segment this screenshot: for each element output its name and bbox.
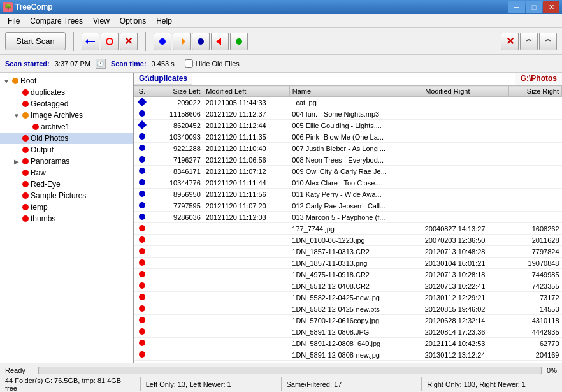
tree-panel[interactable]: ▼ Root ▶ duplicates ▶ Geotagged ▼ Image … bbox=[0, 73, 134, 363]
expand-root[interactable]: ▼ bbox=[3, 78, 10, 85]
table-row[interactable]: 1DN_4975-11-0918.CR220120713 10:28:18744… bbox=[134, 269, 562, 280]
tree-label-old-photos: Old Photos bbox=[31, 134, 68, 143]
table-row[interactable]: 1DN_5891-12-0808.JPG20120814 17:23:36444… bbox=[134, 326, 562, 338]
tree-node-raw[interactable]: ▶ Raw bbox=[0, 167, 133, 178]
dot-root bbox=[12, 78, 18, 84]
tree-node-root[interactable]: ▼ Root bbox=[0, 75, 133, 87]
file-table-wrapper[interactable]: S. Size Left Modified Left Name Modified… bbox=[134, 85, 562, 363]
table-row[interactable]: 862045220121120 11:12:44005 Ellie Gouldi… bbox=[134, 120, 562, 131]
row-size-right: 4442935 bbox=[508, 326, 561, 338]
row-name: 1DN_5891-12-0808.JPG bbox=[289, 326, 422, 338]
svg-marker-4 bbox=[182, 38, 185, 45]
tree-node-image-archives[interactable]: ▼ Image Archives bbox=[0, 110, 133, 121]
col-header-mod-right: Modified Right bbox=[422, 86, 508, 97]
row-mod-right bbox=[422, 108, 508, 120]
table-row[interactable]: 1DN_1857-11-0313.CR220120713 10:48:28779… bbox=[134, 246, 562, 258]
toolbar: Start Scan ✕ ✕ bbox=[0, 28, 562, 55]
mark-button[interactable] bbox=[230, 33, 248, 50]
next-diff-button[interactable] bbox=[173, 33, 191, 50]
sync-button[interactable] bbox=[192, 33, 210, 50]
menu-options[interactable]: Options bbox=[115, 15, 151, 27]
row-mod-right bbox=[422, 166, 508, 177]
back-button[interactable] bbox=[211, 33, 229, 50]
menu-help[interactable]: Help bbox=[151, 15, 177, 27]
col-header-s: S. bbox=[134, 86, 150, 97]
menu-compare-trees[interactable]: Compare Trees bbox=[25, 15, 88, 27]
file-table-body: 20902220121005 11:44:33_cat.jpg111586062… bbox=[134, 97, 562, 363]
prev-diff-button[interactable] bbox=[154, 33, 171, 50]
tree-label-raw: Raw bbox=[31, 168, 46, 177]
restore-button[interactable]: □ bbox=[526, 1, 542, 13]
tree-node-archive1[interactable]: ▶ archive1 bbox=[0, 121, 133, 133]
expand-image-archives[interactable]: ▼ bbox=[13, 112, 20, 119]
close-button[interactable]: ✕ bbox=[543, 1, 559, 13]
dot-old-photos bbox=[22, 135, 29, 142]
clock-icon: 🕐 bbox=[96, 59, 106, 69]
menu-file[interactable]: File bbox=[3, 15, 25, 27]
tree-label-output: Output bbox=[31, 145, 54, 154]
row-name: 005 Ellie Goulding - Lights.... bbox=[289, 120, 422, 131]
expand-panoramas[interactable]: ▶ bbox=[13, 158, 20, 165]
table-row[interactable]: 1DN_5891-12-0808_640.jpg20121114 10:42:5… bbox=[134, 338, 562, 349]
table-row[interactable]: 1DN_5512-12-0408.CR220120713 10:22:41742… bbox=[134, 280, 562, 292]
delete-button[interactable]: ✕ bbox=[501, 33, 519, 50]
table-row[interactable]: 1034009320121120 11:11:35006 Pink- Blow … bbox=[134, 131, 562, 143]
dot-output bbox=[22, 147, 29, 153]
table-row[interactable]: 1DN_5582-12-0425-new.jpg20130112 12:29:2… bbox=[134, 292, 562, 303]
toolbar-separator-1 bbox=[73, 32, 74, 51]
table-row[interactable]: 1DN_5891-12-0808-new.pts20120815 15:15:0… bbox=[134, 361, 562, 363]
tree-node-thumbs[interactable]: ▶ thumbs bbox=[0, 213, 133, 224]
undo-button[interactable] bbox=[520, 33, 538, 50]
menu-view[interactable]: View bbox=[88, 15, 115, 27]
table-row[interactable]: 1115860620121120 11:12:37004 fun. - Some… bbox=[134, 108, 562, 120]
table-row[interactable]: 1DN_5700-12-0616copy.jpg20120628 12:32:1… bbox=[134, 315, 562, 326]
table-row[interactable]: 20902220121005 11:44:33_cat.jpg bbox=[134, 97, 562, 108]
table-row[interactable]: 1DN_5582-12-0425-new.pts20120815 19:46:0… bbox=[134, 303, 562, 315]
table-row[interactable]: 834617120121120 11:07:12009 Owl City & C… bbox=[134, 166, 562, 177]
row-name: 012 Carly Rae Jepsen - Call... bbox=[289, 200, 422, 212]
row-mod-left bbox=[203, 258, 289, 269]
table-row[interactable]: 928603620121120 11:12:03013 Maroon 5 - P… bbox=[134, 212, 562, 223]
row-size-left bbox=[150, 258, 203, 269]
svg-point-5 bbox=[198, 38, 204, 45]
table-row[interactable]: 895695020121120 11:11:56011 Katy Perry -… bbox=[134, 189, 562, 200]
hide-old-files-checkbox[interactable] bbox=[185, 59, 193, 68]
row-size-right bbox=[508, 177, 561, 189]
table-row[interactable]: 1DN_1857-11-0313.png20130104 16:01:21190… bbox=[134, 258, 562, 269]
row-size-right bbox=[508, 97, 561, 108]
start-scan-button[interactable]: Start Scan bbox=[5, 32, 66, 50]
left-nav-stop-button[interactable]: ✕ bbox=[120, 33, 138, 50]
row-mod-right: 20130112 13:12:24 bbox=[422, 349, 508, 361]
row-mod-right: 20070203 12:36:50 bbox=[422, 235, 508, 246]
table-row[interactable]: 779759520121120 11:07:20012 Carly Rae Je… bbox=[134, 200, 562, 212]
dot-thumbs bbox=[22, 215, 29, 222]
table-row[interactable]: 922128820121120 11:10:40007 Justin Biebe… bbox=[134, 143, 562, 154]
tree-label-image-archives: Image Archives bbox=[31, 111, 83, 120]
row-indicator bbox=[134, 189, 150, 200]
tree-node-old-photos[interactable]: ▶ Old Photos bbox=[0, 133, 133, 144]
table-row[interactable]: 719627720121120 11:06:56008 Neon Trees -… bbox=[134, 154, 562, 166]
redo-button[interactable] bbox=[539, 33, 557, 50]
row-name: 177_7744.jpg bbox=[289, 223, 422, 235]
row-mod-right: 20120815 19:46:02 bbox=[422, 303, 508, 315]
table-row[interactable]: 177_7744.jpg20040827 14:13:271608262 bbox=[134, 223, 562, 235]
minimize-button[interactable]: ─ bbox=[508, 1, 525, 13]
table-row[interactable]: 1DN_5891-12-0808-new.jpg20130112 13:12:2… bbox=[134, 349, 562, 361]
row-size-left: 11158606 bbox=[150, 108, 203, 120]
tree-node-geotagged[interactable]: ▶ Geotagged bbox=[0, 98, 133, 110]
left-nav-forward-button[interactable] bbox=[101, 33, 119, 50]
tree-node-duplicates[interactable]: ▶ duplicates bbox=[0, 87, 133, 98]
row-size-left: 9286036 bbox=[150, 212, 203, 223]
tree-node-red-eye[interactable]: ▶ Red-Eye bbox=[0, 178, 133, 190]
table-row[interactable]: 1034477620121120 11:11:44010 Alex Clare … bbox=[134, 177, 562, 189]
table-row[interactable]: 1DN_0100-06-1223.jpg20070203 12:36:50201… bbox=[134, 235, 562, 246]
tree-node-output[interactable]: ▶ Output bbox=[0, 144, 133, 156]
left-nav-back-button[interactable] bbox=[82, 33, 99, 50]
compare-nav-group bbox=[154, 33, 248, 50]
row-mod-right: 20040827 14:13:27 bbox=[422, 223, 508, 235]
tree-node-temp[interactable]: ▶ temp bbox=[0, 201, 133, 213]
dot-archive1 bbox=[32, 124, 39, 130]
dot-geotagged bbox=[22, 101, 29, 107]
tree-node-sample-pictures[interactable]: ▶ Sample Pictures bbox=[0, 190, 133, 201]
tree-node-panoramas[interactable]: ▶ Panoramas bbox=[0, 156, 133, 167]
